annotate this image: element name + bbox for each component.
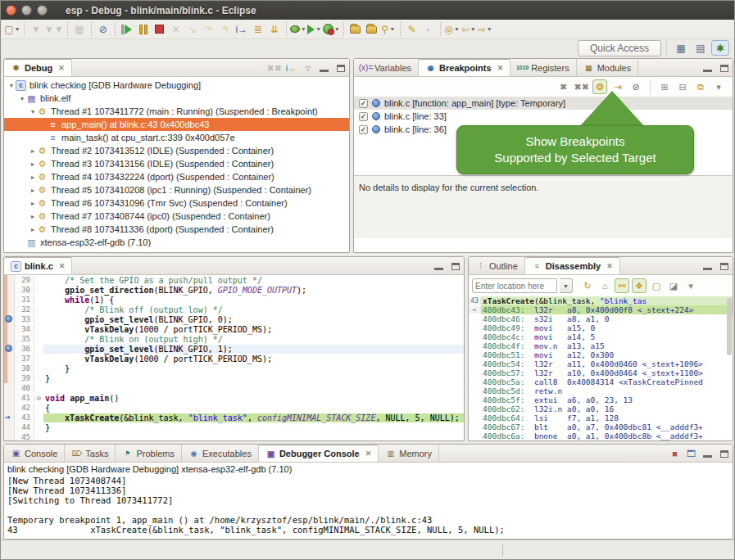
disassembly-instruction-row[interactable]: 400dbc6a: bnone a0, a1, 0x400dbc8b <__ad… (469, 431, 733, 440)
maximize-view-icon[interactable] (333, 61, 347, 75)
remove-selected-breakpoints-icon[interactable]: ✖ (556, 79, 571, 94)
debug-tree-item[interactable]: ▸⚙Thread #8 1073411336 (dport) (Suspende… (4, 223, 349, 236)
open-folder-icon[interactable] (347, 21, 364, 38)
code-line[interactable]: 32 /* Blink off (output low) */ (15, 305, 464, 314)
close-tab-icon[interactable]: ✕ (497, 64, 504, 72)
display-selected-console-icon[interactable]: 🗔 (684, 447, 698, 461)
location-dropdown-icon[interactable]: ▼ (560, 278, 573, 293)
maximize-view-icon[interactable] (717, 260, 731, 273)
minimize-view-icon[interactable] (701, 61, 715, 75)
expand-all-icon[interactable]: ⊞ (657, 79, 672, 94)
code-line[interactable]: 42{ (15, 403, 464, 413)
remove-all-terminated-icon[interactable]: ✖✖ (267, 61, 282, 75)
resume-icon[interactable] (119, 21, 135, 38)
tab-debug[interactable]: ✱ Debug ✕ (4, 59, 72, 76)
scrollbar-thumb[interactable] (727, 298, 732, 355)
maximize-view-icon[interactable] (717, 447, 731, 461)
disassembly-instruction-row[interactable]: 400dbc67: blt a0, a7, 0x400dbc81 <__addd… (469, 422, 733, 431)
instruction-stepping-mode-icon[interactable]: i→ (284, 61, 298, 75)
debug-tree-item[interactable]: ▾cblink checking [GDB Hardware Debugging… (4, 79, 349, 92)
open-element-icon[interactable] (364, 21, 380, 38)
disassembly-instruction-row[interactable]: 400dbc5a: call8 0x40084314 <xTaskCreateP… (469, 377, 733, 386)
debug-tree-item[interactable]: ▸⚙Thread #2 1073413512 (IDLE) (Suspended… (4, 144, 349, 157)
new-view-icon[interactable]: ▢ (649, 278, 664, 293)
window-close-button[interactable] (6, 5, 16, 16)
tree-closed-arrow-icon[interactable]: ▸ (29, 213, 37, 220)
disassembly-instruction-row[interactable]: 400dbc57: l32r a10, 0x400d0464 <_stext+1… (469, 368, 733, 377)
code-editor[interactable]: → 29 /* Set the GPIO as a push/pull outp… (4, 275, 464, 440)
editor-annotation-gutter[interactable]: → (4, 275, 15, 440)
debug-tree-item[interactable]: ≡main_task() at cpu_start.c:339 0x400d05… (4, 131, 349, 144)
code-line[interactable]: 29 /* Set the GPIO as a push/pull output… (15, 275, 464, 285)
code-line[interactable]: 34 vTaskDelay(1000 / portTICK_PERIOD_MS)… (15, 324, 464, 334)
new-wizard-icon[interactable]: ▢▼ (4, 21, 20, 38)
quick-access-button[interactable]: Quick Access (578, 40, 661, 56)
open-perspective-icon[interactable]: ▦ (672, 40, 690, 56)
back-icon[interactable]: ⇦▼ (461, 21, 477, 38)
skip-all-breakpoints-icon[interactable]: ⊘ (95, 21, 111, 38)
debug-tree-item[interactable]: ▾▦blink.elf (4, 92, 349, 105)
tree-closed-arrow-icon[interactable]: ▸ (29, 174, 37, 181)
refresh-view-icon[interactable]: ↻ (580, 278, 595, 293)
disassembly-listing[interactable]: 43xTaskCreate(&blink_task, "blink_tas→40… (469, 296, 733, 440)
breakpoint-row[interactable]: ✓blink.c [function: app_main] [type: Tem… (354, 97, 733, 110)
disassembly-instruction-row[interactable]: 400dbc5f: extui a6, a0, 23, 13 (469, 395, 733, 404)
tree-closed-arrow-icon[interactable]: ▸ (29, 147, 37, 155)
step-over-icon[interactable]: ↷ (201, 21, 217, 38)
step-return-icon[interactable]: ↰ (217, 21, 234, 38)
mark-occurrences-icon[interactable]: ✎ (404, 21, 420, 38)
breakpoint-row[interactable]: ✓blink.c [line: 33] (354, 110, 733, 123)
tree-closed-arrow-icon[interactable]: ▸ (29, 200, 37, 207)
code-line[interactable]: 31 while(1) { (15, 295, 464, 305)
home-icon[interactable]: ⌂ (597, 278, 612, 293)
debug-tree-item[interactable]: ▥xtensa-esp32-elf-gdb (7.10) (4, 236, 349, 249)
run-icon[interactable]: ▼ (306, 21, 323, 38)
cpp-perspective-icon[interactable]: ▤ (692, 40, 710, 56)
sync-with-active-context-icon[interactable]: ❖ (632, 278, 647, 293)
tab-tasks[interactable]: ⌦Tasks (65, 445, 116, 462)
search-icon[interactable]: ⚲▼ (380, 21, 397, 38)
code-line[interactable]: 39} (15, 373, 464, 383)
console-output[interactable]: [New Thread 1073408744][New Thread 10734… (4, 476, 733, 537)
link-with-debug-view-icon[interactable]: ⧉ (693, 79, 708, 94)
code-line[interactable]: 38 } (15, 364, 464, 373)
disassembly-instruction-row[interactable]: →400dbc43: l32r a8, 0x400d00f8 <_stext+2… (469, 305, 733, 314)
breakpoint-enabled-checkbox[interactable]: ✓ (359, 99, 368, 108)
tab-variables[interactable]: (x)=Variables (354, 59, 419, 76)
disassembly-instruction-row[interactable]: 400dbc51: movi a12, 0x300 (469, 350, 733, 359)
instruction-stepping-icon[interactable]: i→ (234, 21, 250, 38)
code-line[interactable]: 41⊖void app_main() (15, 393, 464, 403)
tree-open-arrow-icon[interactable]: ▾ (7, 82, 16, 89)
disassembly-instruction-row[interactable]: 400dbc49: movi a15, 0 (469, 323, 733, 332)
tab-modules[interactable]: ▦Modules (577, 59, 639, 76)
disassembly-instruction-row[interactable]: 400dbc46: s32i a8, a1, 0 (469, 314, 733, 323)
minimize-view-icon[interactable] (701, 260, 715, 273)
save-all-icon[interactable]: ▼▼ (44, 21, 64, 38)
disassembly-source-row[interactable]: 43xTaskCreate(&blink_task, "blink_tas (469, 296, 733, 305)
debug-icon[interactable]: ▼ (290, 21, 306, 38)
code-line[interactable]: 36 gpio_set_level(BLINK_GPIO, 1); (15, 344, 464, 354)
tree-closed-arrow-icon[interactable]: ▸ (29, 226, 37, 233)
close-tab-icon[interactable]: ✕ (606, 262, 613, 270)
code-line[interactable]: 33 gpio_set_level(BLINK_GPIO, 0); (15, 314, 464, 324)
disassembly-instruction-row[interactable]: 400dbc54: l32r a11, 0x400d0460 <_stext+1… (469, 359, 733, 368)
disconnect-icon[interactable]: ✕ (168, 21, 184, 38)
window-minimize-button[interactable] (21, 5, 32, 16)
show-annotation-icon[interactable]: ◦ (420, 21, 437, 38)
debug-tree-item[interactable]: ▸⚙Thread #7 1073408744 (ipc0) (Suspended… (4, 210, 349, 223)
code-line[interactable]: 30 gpio_set_direction(BLINK_GPIO, GPIO_M… (15, 285, 464, 295)
fold-collapse-icon[interactable]: ⊖ (34, 394, 43, 402)
location-input[interactable] (472, 278, 557, 293)
tab-executables[interactable]: ◉Executables (182, 445, 259, 462)
tree-closed-arrow-icon[interactable]: ▸ (29, 187, 37, 194)
close-tab-icon[interactable]: ✕ (59, 262, 66, 270)
minimize-view-icon[interactable] (432, 260, 446, 273)
tab-problems[interactable]: ⚑Problems (116, 445, 181, 462)
last-edit-location-icon[interactable]: ◎▼ (444, 21, 461, 38)
breakpoint-marker-icon[interactable] (5, 345, 12, 352)
code-line[interactable]: 35 /* Blink on (output high) */ (15, 334, 464, 344)
minimize-view-icon[interactable] (701, 447, 715, 461)
view-menu-icon[interactable]: ▾ (683, 278, 698, 293)
minimize-view-icon[interactable] (317, 61, 331, 75)
disassembly-instruction-row[interactable]: 400dbc5d: retw.n (469, 386, 733, 395)
